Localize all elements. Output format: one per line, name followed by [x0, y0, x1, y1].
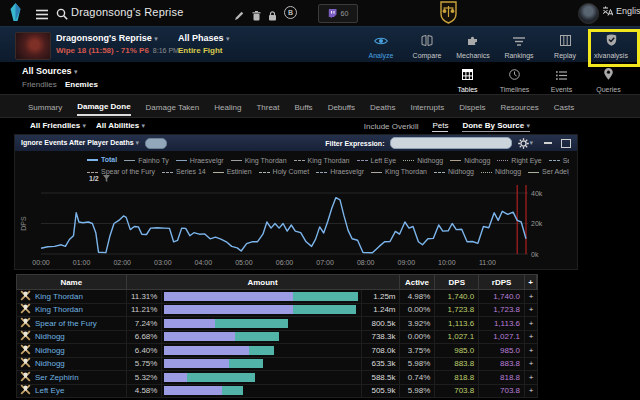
- twitch-viewers-badge[interactable]: 60: [318, 4, 358, 23]
- column-header-active[interactable]: Active: [400, 275, 436, 289]
- expand-row-button[interactable]: +: [525, 304, 537, 317]
- expand-row-button[interactable]: +: [525, 290, 537, 303]
- fight-name-dropdown[interactable]: Dragonsong's Reprise ▾: [56, 33, 158, 43]
- delete-trash-icon[interactable]: [252, 7, 261, 25]
- legend-item-king-thordan[interactable]: King Thordan: [371, 167, 427, 177]
- svg-text:09:00: 09:00: [398, 259, 416, 266]
- expand-row-button[interactable]: +: [525, 358, 537, 371]
- tab-interrupts[interactable]: Interrupts: [410, 98, 444, 115]
- enemy-name-link[interactable]: Nidhogg: [35, 359, 65, 368]
- legend-item-total[interactable]: Total: [87, 155, 117, 165]
- legend-item-nidhogg[interactable]: Nidhogg: [481, 167, 521, 177]
- user-avatar[interactable]: [578, 3, 599, 24]
- nav-tab-rankings[interactable]: Rankings: [496, 29, 542, 59]
- friendlies-toggle[interactable]: Friendlies: [22, 80, 57, 89]
- column-header-name[interactable]: Name: [17, 275, 127, 289]
- tab-buffs[interactable]: Buffs: [295, 98, 313, 115]
- filter-expression-input[interactable]: [390, 137, 512, 149]
- tab-dispels[interactable]: Dispels: [459, 98, 485, 115]
- dps-cell: 883.8: [435, 358, 479, 371]
- phase-selector-dropdown[interactable]: All Phases ▾: [178, 33, 230, 43]
- amount-cell: 505.9k: [362, 385, 400, 398]
- legend-item-king-thordan[interactable]: King Thordan: [294, 156, 350, 166]
- tab-summary[interactable]: Summary: [28, 98, 62, 115]
- legend-item-right-eye[interactable]: Right Eye: [497, 156, 541, 166]
- boss-thumbnail[interactable]: [15, 32, 51, 60]
- legend-item-ser-adelphel[interactable]: Ser Adelphel: [528, 167, 569, 177]
- dps-cell: 1,740.0: [435, 290, 479, 303]
- guild-crest-icon[interactable]: [440, 1, 457, 28]
- active-cell: 0.00%: [400, 331, 436, 344]
- twitch-icon: [328, 9, 337, 19]
- menu-icon[interactable]: [36, 6, 48, 24]
- legend-item-hraesvelgr[interactable]: Hraesvelgr: [176, 156, 224, 166]
- tab-damage-taken[interactable]: Damage Taken: [146, 98, 200, 115]
- nav-tab-replay[interactable]: Replay: [542, 29, 588, 59]
- clock-icon: [509, 66, 520, 84]
- pets-toggle[interactable]: Pets: [432, 121, 448, 132]
- edit-pencil-icon[interactable]: [234, 7, 244, 25]
- enemy-name-link[interactable]: Nidhogg: [35, 346, 65, 355]
- tab-deaths[interactable]: Deaths: [370, 98, 395, 115]
- tab-debuffs[interactable]: Debuffs: [328, 98, 355, 115]
- all-friendlies-dropdown[interactable]: All Friendlies ▾: [30, 121, 86, 130]
- maximize-icon[interactable]: [561, 139, 571, 148]
- column-header-amount[interactable]: Amount: [127, 275, 400, 289]
- column-header--[interactable]: +: [525, 275, 537, 289]
- active-cell: 0.00%: [400, 304, 436, 317]
- ignore-deaths-toggle[interactable]: [145, 138, 167, 149]
- include-overkill-toggle[interactable]: Include Overkill: [364, 122, 419, 131]
- gear-icon[interactable]: ▾: [518, 138, 533, 149]
- enemy-name-link[interactable]: Nidhogg: [35, 332, 65, 341]
- language-selector[interactable]: English: [602, 6, 640, 16]
- language-label: English: [616, 6, 640, 16]
- anonymize-b-icon[interactable]: B: [284, 6, 297, 19]
- lock-icon[interactable]: [268, 7, 277, 25]
- legend-item-king-thordan[interactable]: King Thordan: [231, 156, 287, 166]
- minimize-icon[interactable]: [544, 142, 552, 144]
- amount-bar-cell: [162, 371, 361, 384]
- tab-damage-done[interactable]: Damage Done: [77, 97, 130, 116]
- all-sources-dropdown[interactable]: All Sources ▾: [22, 66, 78, 76]
- legend-item-left-eye[interactable]: Left Eye: [357, 156, 397, 166]
- enemy-name-link[interactable]: Ser Zephirin: [35, 373, 79, 382]
- tab-healing[interactable]: Healing: [214, 98, 241, 115]
- legend-item-nidhogg[interactable]: Nidhogg: [434, 167, 474, 177]
- graph-panel-header: Ignore Events After Player Deaths ▾ Filt…: [15, 135, 577, 151]
- all-abilities-dropdown[interactable]: All Abilities ▾: [96, 121, 145, 130]
- enemy-name-link[interactable]: Left Eye: [35, 386, 64, 395]
- tab-threat[interactable]: Threat: [256, 98, 279, 115]
- enemies-toggle[interactable]: Enemies: [65, 80, 98, 89]
- search-icon[interactable]: [56, 6, 68, 24]
- legend-item-estinien[interactable]: Estinien: [213, 167, 252, 177]
- tab-resources[interactable]: Resources: [500, 98, 538, 115]
- enemy-name-link[interactable]: King Thordan: [35, 292, 83, 301]
- ignore-deaths-dropdown[interactable]: Ignore Events After Player Deaths ▾: [21, 139, 139, 147]
- nav-tab-analyze[interactable]: Analyze: [358, 29, 404, 59]
- amount-bar: [164, 359, 263, 368]
- legend-item-nidhogg[interactable]: Nidhogg: [450, 156, 490, 166]
- legend-item-fainho-ty[interactable]: Fainho Ty: [124, 156, 169, 166]
- legend-item-holy-comet[interactable]: Holy Comet: [259, 167, 310, 177]
- enemy-name-link[interactable]: King Thordan: [35, 305, 83, 314]
- expand-row-button[interactable]: +: [525, 331, 537, 344]
- done-by-source-dropdown[interactable]: Done By Source ▾: [462, 121, 530, 132]
- legend-item-nidhogg[interactable]: Nidhogg: [403, 156, 443, 166]
- expand-row-button[interactable]: +: [525, 371, 537, 384]
- legend-item-hraesvelgr[interactable]: Hraesvelgr: [316, 167, 364, 177]
- legend-item-ser-adelphel[interactable]: Ser Adelphel: [549, 156, 569, 166]
- nav-tab-compare[interactable]: Compare: [404, 29, 450, 59]
- tab-casts[interactable]: Casts: [554, 98, 574, 115]
- expand-row-button[interactable]: +: [525, 317, 537, 330]
- enemy-name-link[interactable]: Spear of the Fury: [35, 319, 97, 328]
- dps-chart[interactable]: 0k20k40k00:0001:0002:0003:0004:0005:0006…: [19, 179, 575, 273]
- column-header-dps[interactable]: DPS: [435, 275, 479, 289]
- damage-done-table: NameAmountActiveDPSrDPS+ King Thordan11.…: [16, 274, 538, 398]
- expand-row-button[interactable]: +: [525, 344, 537, 357]
- legend-item-series-14[interactable]: Series 14: [162, 167, 206, 177]
- column-header-rdps[interactable]: rDPS: [479, 275, 525, 289]
- nav-tab-mechanics[interactable]: Mechanics: [450, 29, 496, 59]
- svg-text:03:00: 03:00: [154, 259, 172, 266]
- expand-row-button[interactable]: +: [525, 385, 537, 398]
- fflogs-logo-icon[interactable]: [9, 3, 22, 26]
